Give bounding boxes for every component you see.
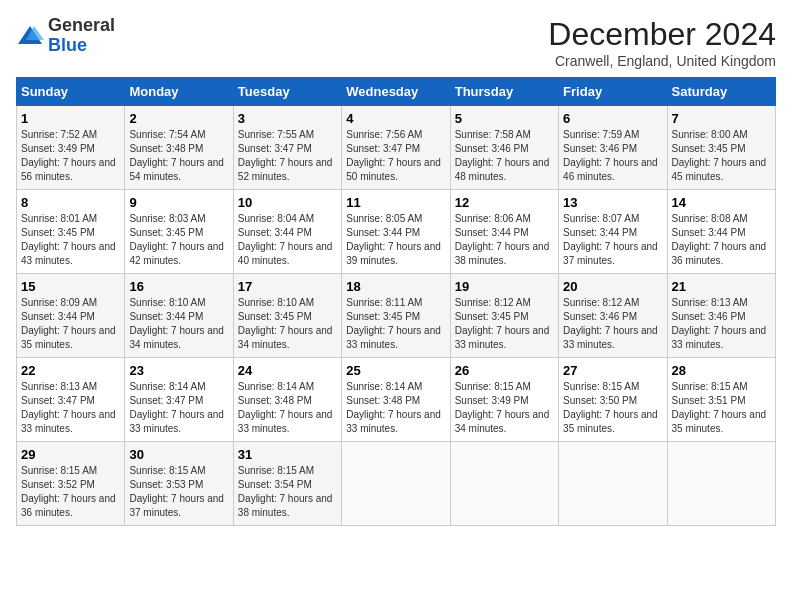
logo-icon <box>16 22 44 50</box>
calendar-cell <box>559 442 667 526</box>
calendar-cell: 31 Sunrise: 8:15 AMSunset: 3:54 PMDaylig… <box>233 442 341 526</box>
day-info: Sunrise: 8:14 AMSunset: 3:48 PMDaylight:… <box>346 381 441 434</box>
day-info: Sunrise: 8:12 AMSunset: 3:46 PMDaylight:… <box>563 297 658 350</box>
day-number: 21 <box>672 279 771 294</box>
title-block: December 2024 Cranwell, England, United … <box>548 16 776 69</box>
calendar-cell: 12 Sunrise: 8:06 AMSunset: 3:44 PMDaylig… <box>450 190 558 274</box>
calendar-cell: 18 Sunrise: 8:11 AMSunset: 3:45 PMDaylig… <box>342 274 450 358</box>
day-info: Sunrise: 8:05 AMSunset: 3:44 PMDaylight:… <box>346 213 441 266</box>
calendar-week-row: 1 Sunrise: 7:52 AMSunset: 3:49 PMDayligh… <box>17 106 776 190</box>
day-info: Sunrise: 8:07 AMSunset: 3:44 PMDaylight:… <box>563 213 658 266</box>
calendar-cell: 19 Sunrise: 8:12 AMSunset: 3:45 PMDaylig… <box>450 274 558 358</box>
calendar-cell: 22 Sunrise: 8:13 AMSunset: 3:47 PMDaylig… <box>17 358 125 442</box>
calendar-cell <box>450 442 558 526</box>
calendar-week-row: 29 Sunrise: 8:15 AMSunset: 3:52 PMDaylig… <box>17 442 776 526</box>
weekday-header-monday: Monday <box>125 78 233 106</box>
day-info: Sunrise: 8:03 AMSunset: 3:45 PMDaylight:… <box>129 213 224 266</box>
day-number: 28 <box>672 363 771 378</box>
logo-blue-text: Blue <box>48 35 87 55</box>
calendar-week-row: 22 Sunrise: 8:13 AMSunset: 3:47 PMDaylig… <box>17 358 776 442</box>
calendar-cell: 3 Sunrise: 7:55 AMSunset: 3:47 PMDayligh… <box>233 106 341 190</box>
day-number: 8 <box>21 195 120 210</box>
calendar-cell: 27 Sunrise: 8:15 AMSunset: 3:50 PMDaylig… <box>559 358 667 442</box>
day-number: 10 <box>238 195 337 210</box>
day-info: Sunrise: 8:15 AMSunset: 3:54 PMDaylight:… <box>238 465 333 518</box>
day-number: 16 <box>129 279 228 294</box>
calendar-cell: 20 Sunrise: 8:12 AMSunset: 3:46 PMDaylig… <box>559 274 667 358</box>
day-info: Sunrise: 7:54 AMSunset: 3:48 PMDaylight:… <box>129 129 224 182</box>
calendar-week-row: 15 Sunrise: 8:09 AMSunset: 3:44 PMDaylig… <box>17 274 776 358</box>
day-number: 22 <box>21 363 120 378</box>
calendar-cell: 17 Sunrise: 8:10 AMSunset: 3:45 PMDaylig… <box>233 274 341 358</box>
calendar-cell: 6 Sunrise: 7:59 AMSunset: 3:46 PMDayligh… <box>559 106 667 190</box>
calendar-cell: 4 Sunrise: 7:56 AMSunset: 3:47 PMDayligh… <box>342 106 450 190</box>
day-number: 24 <box>238 363 337 378</box>
day-info: Sunrise: 8:15 AMSunset: 3:51 PMDaylight:… <box>672 381 767 434</box>
day-number: 31 <box>238 447 337 462</box>
day-info: Sunrise: 8:15 AMSunset: 3:52 PMDaylight:… <box>21 465 116 518</box>
day-info: Sunrise: 8:10 AMSunset: 3:44 PMDaylight:… <box>129 297 224 350</box>
day-info: Sunrise: 8:12 AMSunset: 3:45 PMDaylight:… <box>455 297 550 350</box>
day-number: 30 <box>129 447 228 462</box>
day-info: Sunrise: 7:55 AMSunset: 3:47 PMDaylight:… <box>238 129 333 182</box>
calendar-cell: 24 Sunrise: 8:14 AMSunset: 3:48 PMDaylig… <box>233 358 341 442</box>
day-info: Sunrise: 8:04 AMSunset: 3:44 PMDaylight:… <box>238 213 333 266</box>
day-number: 25 <box>346 363 445 378</box>
day-number: 3 <box>238 111 337 126</box>
day-number: 13 <box>563 195 662 210</box>
day-info: Sunrise: 8:13 AMSunset: 3:47 PMDaylight:… <box>21 381 116 434</box>
day-info: Sunrise: 8:14 AMSunset: 3:48 PMDaylight:… <box>238 381 333 434</box>
calendar-cell: 7 Sunrise: 8:00 AMSunset: 3:45 PMDayligh… <box>667 106 775 190</box>
calendar-table: SundayMondayTuesdayWednesdayThursdayFrid… <box>16 77 776 526</box>
day-number: 15 <box>21 279 120 294</box>
calendar-body: 1 Sunrise: 7:52 AMSunset: 3:49 PMDayligh… <box>17 106 776 526</box>
weekday-header-saturday: Saturday <box>667 78 775 106</box>
day-number: 20 <box>563 279 662 294</box>
calendar-cell: 1 Sunrise: 7:52 AMSunset: 3:49 PMDayligh… <box>17 106 125 190</box>
day-info: Sunrise: 8:01 AMSunset: 3:45 PMDaylight:… <box>21 213 116 266</box>
weekday-header-thursday: Thursday <box>450 78 558 106</box>
weekday-header-wednesday: Wednesday <box>342 78 450 106</box>
calendar-cell: 2 Sunrise: 7:54 AMSunset: 3:48 PMDayligh… <box>125 106 233 190</box>
day-info: Sunrise: 8:09 AMSunset: 3:44 PMDaylight:… <box>21 297 116 350</box>
day-info: Sunrise: 7:56 AMSunset: 3:47 PMDaylight:… <box>346 129 441 182</box>
day-info: Sunrise: 8:15 AMSunset: 3:50 PMDaylight:… <box>563 381 658 434</box>
calendar-cell: 10 Sunrise: 8:04 AMSunset: 3:44 PMDaylig… <box>233 190 341 274</box>
day-number: 11 <box>346 195 445 210</box>
calendar-cell: 21 Sunrise: 8:13 AMSunset: 3:46 PMDaylig… <box>667 274 775 358</box>
weekday-header-row: SundayMondayTuesdayWednesdayThursdayFrid… <box>17 78 776 106</box>
day-info: Sunrise: 8:06 AMSunset: 3:44 PMDaylight:… <box>455 213 550 266</box>
day-number: 27 <box>563 363 662 378</box>
calendar-cell <box>667 442 775 526</box>
calendar-subtitle: Cranwell, England, United Kingdom <box>548 53 776 69</box>
calendar-title: December 2024 <box>548 16 776 53</box>
weekday-header-sunday: Sunday <box>17 78 125 106</box>
day-number: 26 <box>455 363 554 378</box>
day-number: 5 <box>455 111 554 126</box>
calendar-cell <box>342 442 450 526</box>
day-number: 9 <box>129 195 228 210</box>
weekday-header-friday: Friday <box>559 78 667 106</box>
day-number: 7 <box>672 111 771 126</box>
calendar-cell: 15 Sunrise: 8:09 AMSunset: 3:44 PMDaylig… <box>17 274 125 358</box>
weekday-header-tuesday: Tuesday <box>233 78 341 106</box>
day-info: Sunrise: 8:15 AMSunset: 3:53 PMDaylight:… <box>129 465 224 518</box>
calendar-cell: 8 Sunrise: 8:01 AMSunset: 3:45 PMDayligh… <box>17 190 125 274</box>
day-number: 1 <box>21 111 120 126</box>
calendar-cell: 13 Sunrise: 8:07 AMSunset: 3:44 PMDaylig… <box>559 190 667 274</box>
day-info: Sunrise: 8:11 AMSunset: 3:45 PMDaylight:… <box>346 297 441 350</box>
day-info: Sunrise: 7:52 AMSunset: 3:49 PMDaylight:… <box>21 129 116 182</box>
calendar-cell: 26 Sunrise: 8:15 AMSunset: 3:49 PMDaylig… <box>450 358 558 442</box>
calendar-cell: 29 Sunrise: 8:15 AMSunset: 3:52 PMDaylig… <box>17 442 125 526</box>
day-number: 17 <box>238 279 337 294</box>
calendar-cell: 9 Sunrise: 8:03 AMSunset: 3:45 PMDayligh… <box>125 190 233 274</box>
calendar-cell: 23 Sunrise: 8:14 AMSunset: 3:47 PMDaylig… <box>125 358 233 442</box>
calendar-cell: 14 Sunrise: 8:08 AMSunset: 3:44 PMDaylig… <box>667 190 775 274</box>
header: General Blue December 2024 Cranwell, Eng… <box>16 16 776 69</box>
day-info: Sunrise: 8:15 AMSunset: 3:49 PMDaylight:… <box>455 381 550 434</box>
calendar-week-row: 8 Sunrise: 8:01 AMSunset: 3:45 PMDayligh… <box>17 190 776 274</box>
day-number: 18 <box>346 279 445 294</box>
day-number: 4 <box>346 111 445 126</box>
calendar-cell: 30 Sunrise: 8:15 AMSunset: 3:53 PMDaylig… <box>125 442 233 526</box>
day-number: 2 <box>129 111 228 126</box>
